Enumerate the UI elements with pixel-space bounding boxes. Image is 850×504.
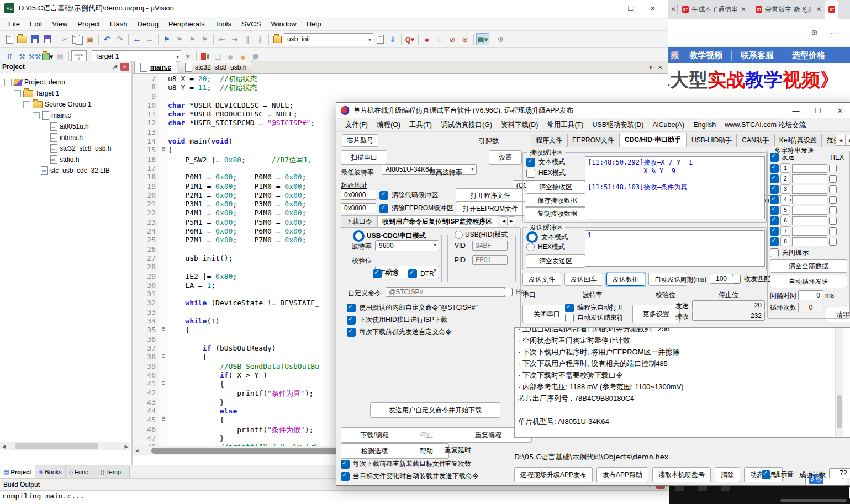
- uv-menu-edit[interactable]: Edit: [25, 19, 47, 29]
- row-hex-checkbox[interactable]: [829, 165, 837, 172]
- copy-receive-button[interactable]: 复制接收数据: [525, 207, 590, 220]
- editor-tab-main-c[interactable]: main.c: [134, 61, 177, 73]
- beep-checkbox[interactable]: 提示音: [762, 470, 794, 479]
- panel-tab-1[interactable]: ◈Books: [35, 465, 66, 478]
- help-button[interactable]: 帮助: [404, 443, 449, 459]
- fold-icon[interactable]: ⊟: [159, 146, 168, 155]
- eeprom-start-address-field[interactable]: 0x0000: [341, 203, 376, 213]
- row-enable-checkbox[interactable]: [770, 216, 779, 225]
- project-hscrollbar[interactable]: ◀ ▶: [0, 442, 130, 450]
- row-number-button[interactable]: 7: [780, 226, 790, 236]
- stc-menu-item[interactable]: 调试仿真接口(G): [436, 119, 497, 131]
- expand-icon[interactable]: −: [4, 79, 12, 86]
- uv-menu-peripherals[interactable]: Peripherals: [163, 19, 210, 29]
- loop-count-field[interactable]: 0: [798, 303, 823, 312]
- send-custom-cmd-button[interactable]: 发送用户自定义命令并开始下载: [370, 402, 500, 418]
- open-file-icon[interactable]: [16, 34, 28, 45]
- port-settings-button[interactable]: 设置: [489, 150, 522, 165]
- nav-item[interactable]: 教学视频: [680, 50, 731, 61]
- expand-icon[interactable]: −: [23, 101, 30, 108]
- undo-icon[interactable]: ↶: [101, 34, 113, 45]
- fold-icon[interactable]: ⊟: [159, 380, 168, 389]
- row-hex-checkbox[interactable]: [829, 206, 837, 214]
- uncomment-icon[interactable]: ∦: [254, 34, 266, 45]
- expand-icon[interactable]: −: [33, 112, 40, 119]
- row-number-button[interactable]: 8: [780, 237, 790, 246]
- scrollbar-thumb[interactable]: [780, 499, 847, 502]
- send-action-2[interactable]: 发送数据: [606, 273, 645, 286]
- indent-icon[interactable]: ⇥: [229, 34, 241, 45]
- auto-open-checkbox[interactable]: 编程完自动打开: [565, 303, 624, 312]
- find-dialog-icon[interactable]: Q▾: [404, 34, 416, 45]
- dialog-tab-2[interactable]: CDC/HID-串口助手: [619, 133, 687, 147]
- autoload-on-change-checkbox[interactable]: 当目标文件变化时自动装载并发送下载命令: [341, 471, 479, 481]
- bottom-button-1[interactable]: 发布APP帮助: [596, 467, 648, 482]
- row-enable-checkbox[interactable]: [770, 206, 779, 215]
- option-tab-left-icon[interactable]: ◀: [500, 216, 508, 225]
- translate-icon[interactable]: ⮃: [3, 51, 15, 62]
- row-enable-checkbox[interactable]: [770, 164, 779, 173]
- download-program-button[interactable]: 下载/编程: [341, 427, 408, 443]
- option-tab-right-icon[interactable]: ▶: [508, 216, 515, 225]
- build-icon[interactable]: ⚒: [16, 51, 28, 62]
- row-text-field[interactable]: [792, 185, 827, 194]
- row-hex-checkbox[interactable]: [829, 238, 837, 246]
- cdc-baud-select[interactable]: 9600: [375, 240, 439, 251]
- tree-item[interactable]: ai8051u.h: [0, 121, 131, 132]
- uv-menu-tools[interactable]: Tools: [210, 19, 236, 29]
- tree-item[interactable]: intrins.h: [0, 132, 131, 143]
- clear-send-button[interactable]: 清空发送区: [526, 254, 585, 268]
- debug-session-icon[interactable]: [199, 51, 211, 62]
- tree-item[interactable]: stc32_stc8_usb.h: [0, 143, 131, 154]
- row-number-button[interactable]: 4: [780, 195, 790, 204]
- maximize-icon[interactable]: ☐: [807, 103, 829, 118]
- row-number-button[interactable]: 6: [780, 216, 790, 225]
- close-icon[interactable]: ✕: [671, 6, 676, 13]
- row-enable-checkbox[interactable]: [770, 185, 779, 194]
- pin-icon[interactable]: 📌︎: [112, 63, 118, 70]
- bookmark-prev-icon[interactable]: ⚑: [186, 34, 198, 45]
- fold-icon[interactable]: ⊟: [159, 326, 168, 335]
- tree-item[interactable]: −Target 1: [0, 88, 131, 99]
- dialog-tab-1[interactable]: EEPROM文件: [567, 134, 619, 147]
- editor-tab-stc32-h[interactable]: stc32_stc8_usb.h: [179, 61, 252, 73]
- row-number-button[interactable]: 3: [780, 184, 790, 194]
- open-program-file-button[interactable]: 打开程序文件: [456, 188, 525, 203]
- search-input[interactable]: usb_init: [284, 33, 373, 45]
- row-text-field[interactable]: [792, 174, 827, 183]
- uv-menu-view[interactable]: View: [47, 19, 72, 29]
- tree-item[interactable]: −Source Group 1: [0, 99, 131, 110]
- fold-icon[interactable]: ⊟: [159, 416, 168, 425]
- rts-checkbox[interactable]: RTS: [373, 269, 398, 278]
- custom-cmd-field[interactable]: @STCISP#: [386, 287, 506, 297]
- send-cmd-before-download-checkbox[interactable]: 每次下载前都先发送自定义命令: [347, 327, 452, 337]
- more-options-icon[interactable]: ···: [830, 28, 840, 38]
- nav-item[interactable]: 选型价格: [783, 50, 834, 61]
- status-message-area[interactable]: · 上电自动启动内部看门狗的时钟分频数列 : 256· 空闲状态时看门狗定时器停…: [514, 327, 850, 438]
- cut-icon[interactable]: ✂: [59, 34, 71, 45]
- paste-icon[interactable]: ▣: [84, 34, 96, 45]
- close-icon[interactable]: ✕: [642, 1, 664, 16]
- breakpoint-icon[interactable]: ●: [421, 34, 433, 45]
- windows-stack-icon[interactable]: ❏: [212, 51, 224, 62]
- bottom-button-3[interactable]: 清除: [715, 467, 740, 482]
- dialog-tab-3[interactable]: USB-HID助手: [687, 134, 737, 147]
- configure-target-icon[interactable]: ⚙: [494, 34, 506, 45]
- message-vscrollbar[interactable]: [835, 328, 843, 436]
- stc-menu-item[interactable]: 编程(O): [372, 119, 405, 131]
- scroll-right-icon[interactable]: ▶: [123, 444, 130, 449]
- copy-icon[interactable]: [71, 34, 83, 45]
- stop-build-icon[interactable]: ▦: [54, 51, 66, 62]
- dialog-tab-0[interactable]: 程序文件: [531, 134, 567, 147]
- dialog-tab-4[interactable]: CAN助手: [737, 134, 774, 147]
- scroll-left-icon[interactable]: ◀: [133, 448, 141, 453]
- use-default-cmd-checkbox[interactable]: 使用默认的内部自定义命令"@STCISP#": [347, 303, 478, 312]
- expand-icon[interactable]: −: [14, 90, 21, 97]
- panel-tab-2[interactable]: {}Func...: [66, 465, 97, 478]
- code-start-address-field[interactable]: 0x0000: [341, 190, 376, 200]
- stc-menu-item[interactable]: AiCube(A): [648, 120, 689, 130]
- find-next-icon[interactable]: ⇓: [387, 34, 399, 45]
- zoom-icon[interactable]: ⊕: [811, 28, 818, 38]
- breakpoint-kill-all-icon[interactable]: ⊗: [459, 34, 471, 45]
- close-tip-checkbox[interactable]: 关闭提示: [770, 248, 847, 257]
